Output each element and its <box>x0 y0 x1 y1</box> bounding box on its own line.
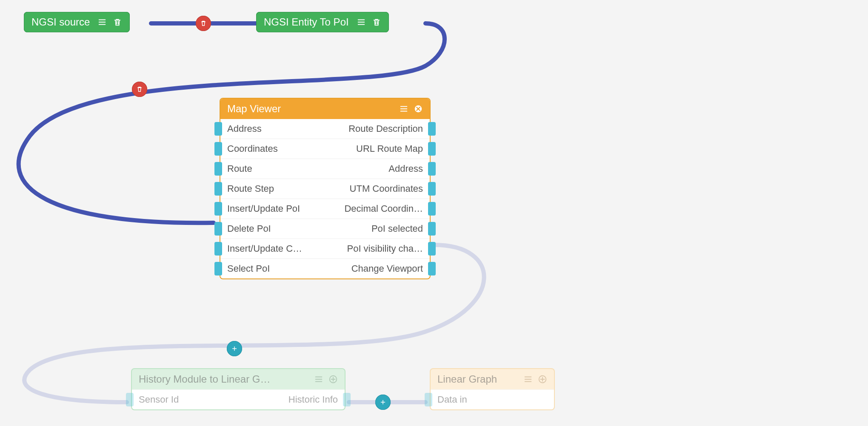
add-wire-button[interactable] <box>227 341 242 356</box>
output-port[interactable] <box>428 162 436 176</box>
input-port[interactable] <box>214 222 222 236</box>
node-ngsi-entity-to-poi[interactable]: NGSI Entity To PoI <box>251 12 394 32</box>
endpoint-label: Delete PoI <box>227 223 271 234</box>
output-port[interactable] <box>428 142 436 156</box>
widget-title: Linear Graph <box>437 373 497 385</box>
output-port[interactable] <box>428 242 436 256</box>
node-history-module[interactable]: History Module to Linear G… Sensor Id Hi… <box>131 368 345 410</box>
widget-title: Map Viewer <box>227 103 281 115</box>
output-port[interactable] <box>343 393 351 406</box>
menu-icon[interactable] <box>523 375 533 384</box>
input-port[interactable] <box>214 122 222 136</box>
endpoint-label: Select PoI <box>227 263 270 274</box>
endpoint-label: Insert/Update C… <box>227 243 302 254</box>
endpoint-label: Insert/Update PoI <box>227 203 300 214</box>
menu-icon[interactable] <box>97 17 107 27</box>
endpoint-label: Address <box>388 163 423 174</box>
close-icon[interactable] <box>414 104 423 114</box>
delete-wire-button[interactable] <box>196 16 211 31</box>
endpoint-label: Sensor Id <box>139 394 179 405</box>
node-title: NGSI source <box>31 16 90 28</box>
node-linear-graph[interactable]: Linear Graph Data in <box>430 368 555 410</box>
input-port[interactable] <box>214 202 222 216</box>
widget-row: RouteAddress <box>220 159 430 179</box>
widget-row: AddressRoute Description <box>220 119 430 139</box>
input-port[interactable] <box>425 393 432 406</box>
input-port[interactable] <box>214 262 222 275</box>
menu-icon[interactable] <box>399 104 408 114</box>
widget-row: Insert/Update C…PoI visibility cha… <box>220 239 430 258</box>
endpoint-label: PoI visibility cha… <box>347 243 423 254</box>
endpoint-label: Route Description <box>348 123 423 134</box>
endpoint-label: URL Route Map <box>356 143 423 154</box>
output-port[interactable] <box>428 202 436 216</box>
endpoint-label: Route Step <box>227 183 274 194</box>
output-port[interactable] <box>428 182 436 196</box>
endpoint-label: Change Viewport <box>351 263 423 274</box>
input-port[interactable] <box>214 162 222 176</box>
output-port[interactable] <box>428 222 436 236</box>
node-title: NGSI Entity To PoI <box>264 16 349 28</box>
widget-row: Route StepUTM Coordinates <box>220 179 430 199</box>
node-title: History Module to Linear G… <box>139 373 270 385</box>
node-ngsi-source[interactable]: NGSI source <box>24 12 135 32</box>
endpoint-label: Route <box>227 163 252 174</box>
widget-row: Delete PoIPoI selected <box>220 219 430 239</box>
output-port[interactable] <box>428 122 436 136</box>
menu-icon[interactable] <box>357 17 366 27</box>
endpoint-label: PoI selected <box>371 223 423 234</box>
endpoint-label: Decimal Coordin… <box>344 203 423 214</box>
output-port[interactable] <box>428 262 436 275</box>
expand-icon[interactable] <box>328 375 338 384</box>
input-port[interactable] <box>214 242 222 256</box>
add-wire-button[interactable] <box>375 395 391 410</box>
widget-row: CoordinatesURL Route Map <box>220 139 430 159</box>
input-port[interactable] <box>214 182 222 196</box>
input-port[interactable] <box>214 142 222 156</box>
endpoint-label: Data in <box>437 394 467 405</box>
endpoint-label: Historic Info <box>288 394 338 405</box>
widget-row: Insert/Update PoIDecimal Coordin… <box>220 199 430 219</box>
expand-icon[interactable] <box>538 375 547 384</box>
input-port[interactable] <box>126 393 134 406</box>
trash-icon[interactable] <box>372 17 381 27</box>
menu-icon[interactable] <box>314 375 323 384</box>
node-map-viewer[interactable]: Map Viewer AddressRoute DescriptionCoord… <box>220 98 431 279</box>
endpoint-label: UTM Coordinates <box>350 183 423 194</box>
endpoint-label: Coordinates <box>227 143 278 154</box>
endpoint-label: Address <box>227 123 262 134</box>
delete-wire-button[interactable] <box>132 82 147 97</box>
trash-icon[interactable] <box>113 17 122 27</box>
widget-row: Select PoIChange Viewport <box>220 258 430 278</box>
